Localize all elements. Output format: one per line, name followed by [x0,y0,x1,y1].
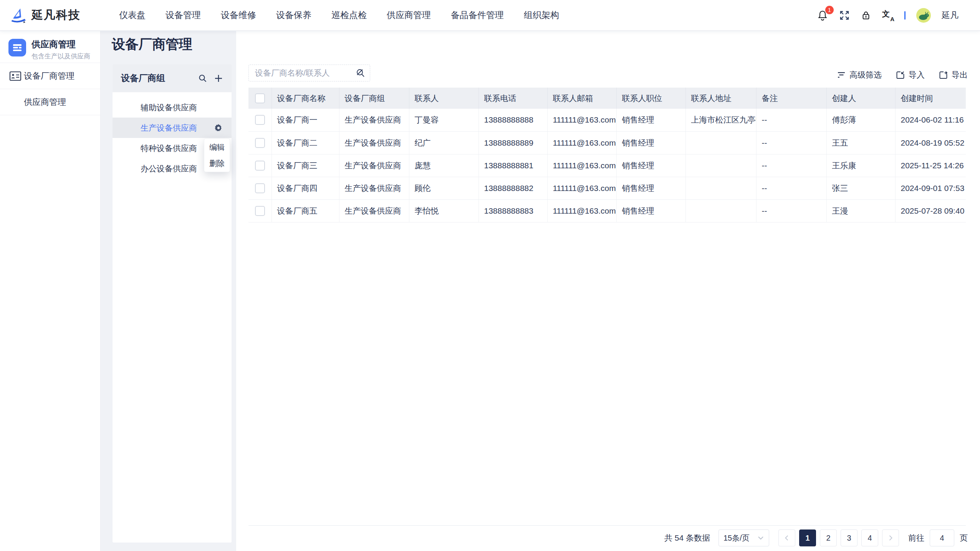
notification-bell-icon[interactable]: 1 [817,10,828,21]
table-cell [685,177,756,199]
username[interactable]: 延凡 [942,10,958,21]
notification-badge: 1 [825,6,834,14]
chevron-down-icon [757,534,764,541]
table-row: 设备厂商四生产设备供应商顾伦13888888882111111@163.com销… [248,177,966,199]
table-cell: 111111@163.com [547,131,616,154]
table-cell: 李怡悦 [409,199,478,222]
row-checkbox-cell [248,109,271,131]
table-column-header: 创建时间 [895,88,966,109]
page-size-select[interactable]: 15条/页 [718,529,769,546]
goto-page-input[interactable] [930,529,954,546]
brand-name: 延凡科技 [31,7,81,23]
pagination-total: 共 54 条数据 [664,533,710,543]
import-label: 导入 [909,70,925,80]
table-cell: 设备厂商四 [271,177,339,199]
vendor-group-header: 设备厂商组 [113,64,232,92]
table-cell: 王五 [826,131,895,154]
table-cell [685,154,756,177]
import-button[interactable]: 导入 [896,70,925,80]
group-item[interactable]: 辅助设备供应商 [113,97,232,118]
table-cell: -- [756,199,826,222]
table-cell: -- [756,131,826,154]
goto-label: 前往 [908,533,924,543]
row-checkbox-cell [248,131,271,154]
page-button-4[interactable]: 4 [861,529,878,546]
header-divider [904,11,906,20]
page-button-2[interactable]: 2 [820,529,837,546]
nav-item-device-maintenance[interactable]: 设备保养 [276,9,311,21]
table-column-header: 创建人 [826,88,895,109]
table-cell: 销售经理 [616,177,685,199]
nav-item-supplier-management[interactable]: 供应商管理 [387,9,431,21]
nav-item-device-management[interactable]: 设备管理 [166,9,201,21]
fullscreen-icon[interactable] [839,10,850,21]
lock-icon[interactable] [861,10,871,21]
advanced-filter-label: 高级筛选 [849,70,882,80]
table-column-header: 联系人地址 [685,88,756,109]
context-menu-item-edit[interactable]: 编辑 [204,139,230,155]
avatar[interactable] [916,8,931,23]
nav-item-dashboard[interactable]: 仪表盘 [119,9,146,21]
table-cell: 销售经理 [616,131,685,154]
translate-icon[interactable]: 文A [882,10,894,21]
advanced-filter-button[interactable]: 高级筛选 [837,70,882,80]
vendor-table-panel: 高级筛选 导入 导出 [236,31,980,551]
context-menu-item-delete[interactable]: 删除 [204,155,230,171]
vendor-group-title: 设备厂商组 [121,72,165,84]
sidebar-item-label: 设备厂商管理 [24,70,74,82]
table-row: 设备厂商五生产设备供应商李怡悦13888888883111111@163.com… [248,199,966,222]
group-item[interactable]: 生产设备供应商 [113,118,232,138]
header-checkbox[interactable] [255,93,265,103]
table-column-header: 联系人 [409,88,478,109]
table-cell [685,131,756,154]
table-cell: 2024-09-01 07:53 [895,177,966,199]
prev-page-button[interactable] [778,529,795,546]
nav-item-org-structure[interactable]: 组织架构 [524,9,559,21]
table-cell: -- [756,109,826,131]
table-row: 设备厂商二生产设备供应商纪广13888888889111111@163.com销… [248,131,966,154]
supplier-app-icon [8,39,26,56]
next-page-button[interactable] [882,529,899,546]
sidebar-item-supplier-management[interactable]: 供应商管理 [0,89,100,115]
table-column-header: 联系人职位 [616,88,685,109]
table-cell: 2025-07-28 09:40 [895,199,966,222]
nav-item-inspection[interactable]: 巡检点检 [331,9,367,21]
export-button[interactable]: 导出 [939,70,968,80]
top-header: 延凡科技 仪表盘设备管理设备维修设备保养巡检点检供应商管理备品备件管理组织架构 … [0,0,980,31]
table-cell: 13888888881 [478,154,547,177]
table-cell: 丁曼容 [409,109,478,131]
search-submit-icon[interactable] [355,68,366,78]
table-cell: 生产设备供应商 [339,109,409,131]
gear-icon[interactable] [214,123,223,133]
group-add-icon[interactable] [214,74,223,83]
vendor-search-input[interactable] [248,65,370,81]
table-header-row: 设备厂商名称设备厂商组联系人联系电话联系人邮箱联系人职位联系人地址备注创建人创建… [248,88,966,109]
page-button-3[interactable]: 3 [841,529,858,546]
vendor-search [248,65,370,81]
table-cell: 顾伦 [409,177,478,199]
nav-item-spare-parts-management[interactable]: 备品备件管理 [451,9,504,21]
page-button-1[interactable]: 1 [799,529,816,546]
header-actions: 1 文A [817,8,958,23]
row-checkbox[interactable] [255,206,265,216]
sidebar: 供应商管理 包含生产以及供应商 设备厂商管理供应商管理 [0,31,101,551]
table-cell: 生产设备供应商 [339,131,409,154]
sidebar-item-device-vendor-management[interactable]: 设备厂商管理 [0,63,100,89]
table-cell: 上海市松江区九亭U [685,109,756,131]
table-cell: 2025-11-25 14:26 [895,154,966,177]
brand[interactable]: 延凡科技 [10,7,81,24]
main-nav: 仪表盘设备管理设备维修设备保养巡检点检供应商管理备品备件管理组织架构 [119,0,559,30]
nav-item-device-repair[interactable]: 设备维修 [221,9,256,21]
group-search-icon[interactable] [198,74,207,83]
row-checkbox[interactable] [255,138,265,148]
row-checkbox[interactable] [255,161,265,171]
row-checkbox[interactable] [255,183,265,193]
table-cell: 2024-08-19 05:52 [895,131,966,154]
page-size-value: 15条/页 [723,533,750,543]
sidebar-item-label: 供应商管理 [24,96,66,108]
table-cell: 设备厂商一 [271,109,339,131]
table-cell: 傅彭薄 [826,109,895,131]
table-toolbar: 高级筛选 导入 导出 [837,68,968,81]
row-checkbox[interactable] [255,115,265,125]
table-column-header: 联系电话 [478,88,547,109]
